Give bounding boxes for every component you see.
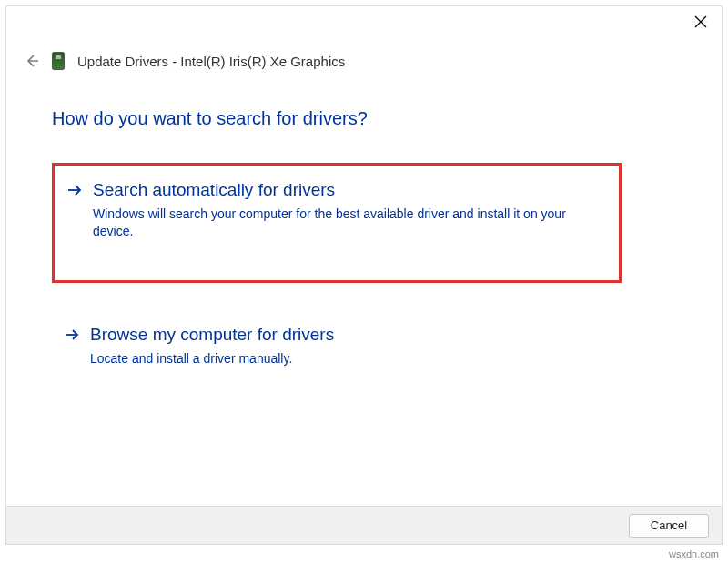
option-description: Locate and install a driver manually.: [90, 350, 609, 367]
close-button[interactable]: [693, 14, 709, 30]
options-list: Search automatically for drivers Windows…: [52, 163, 622, 417]
option-title: Search automatically for drivers: [93, 180, 335, 200]
dialog-header: Update Drivers - Intel(R) Iris(R) Xe Gra…: [25, 52, 703, 70]
back-button[interactable]: [25, 54, 39, 68]
dialog-footer: Cancel: [6, 506, 722, 544]
watermark: wsxdn.com: [669, 548, 719, 559]
arrow-right-icon: [67, 182, 84, 198]
page-heading: How do you want to search for drivers?: [52, 108, 368, 129]
option-search-automatically[interactable]: Search automatically for drivers Windows…: [52, 163, 622, 283]
option-title: Browse my computer for drivers: [90, 325, 334, 345]
arrow-right-icon: [65, 327, 81, 343]
option-head: Search automatically for drivers: [67, 180, 606, 200]
update-drivers-dialog: Update Drivers - Intel(R) Iris(R) Xe Gra…: [5, 5, 723, 545]
close-icon: [694, 15, 707, 28]
dialog-title: Update Drivers - Intel(R) Iris(R) Xe Gra…: [77, 54, 345, 69]
option-browse-computer[interactable]: Browse my computer for drivers Locate an…: [52, 310, 622, 389]
option-head: Browse my computer for drivers: [65, 325, 609, 345]
back-arrow-icon: [25, 55, 38, 67]
cancel-button[interactable]: Cancel: [629, 514, 709, 538]
option-description: Windows will search your computer for th…: [93, 206, 606, 240]
device-icon: [52, 52, 65, 70]
